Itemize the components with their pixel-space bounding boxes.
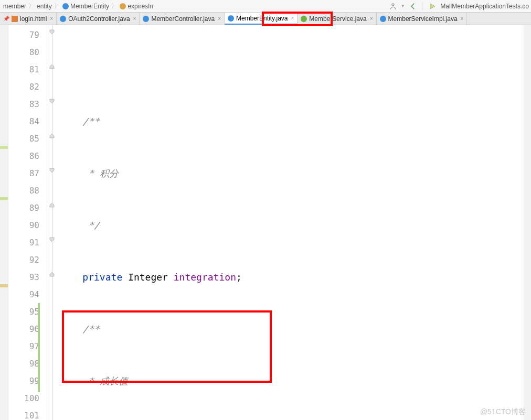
breadcrumb: member 〉 entity 〉 MemberEntity 〉 expires…	[1, 2, 155, 10]
tab-memberentity[interactable]: MemberEntity.java ×	[225, 13, 298, 25]
chevron-right-icon: 〉	[28, 2, 35, 10]
header-bar: member 〉 entity 〉 MemberEntity 〉 expires…	[0, 0, 531, 13]
close-icon[interactable]: ×	[291, 15, 294, 21]
code-line: */	[58, 217, 524, 234]
code-line: /**	[58, 320, 524, 338]
separator: │	[421, 3, 425, 10]
user-icon[interactable]	[389, 3, 397, 10]
code-line: private Integer integration;	[58, 268, 524, 286]
svg-marker-1	[430, 4, 435, 9]
tab-login-html[interactable]: 📌 login.html ×	[0, 13, 57, 25]
line-number: 99	[8, 372, 47, 390]
fold-column	[47, 25, 58, 420]
line-number: 85	[8, 130, 47, 147]
breadcrumb-item-expiresin[interactable]: expiresIn	[118, 3, 155, 10]
interface-icon	[301, 16, 307, 22]
code-line: * 积分	[58, 165, 524, 182]
fold-start-icon[interactable]	[49, 237, 55, 242]
close-icon[interactable]: ×	[218, 16, 221, 21]
breadcrumb-label: entity	[37, 3, 52, 10]
code-area[interactable]: /** * 积分 */ private Integer integration;…	[58, 25, 524, 420]
line-number: 98	[8, 355, 47, 372]
line-number: 95	[8, 303, 47, 320]
right-marker-stripe[interactable]	[524, 25, 531, 420]
back-icon[interactable]	[409, 3, 417, 10]
class-icon	[62, 3, 69, 9]
fold-start-icon[interactable]	[49, 29, 55, 35]
toolbar-right: ▼ │ MallMemberApplicationTests.co	[389, 3, 529, 10]
line-number: 90	[8, 217, 47, 234]
line-number: 94	[8, 286, 47, 303]
line-number: 96	[8, 320, 47, 338]
line-number: 83	[8, 95, 47, 113]
line-number: 93	[8, 268, 47, 286]
tab-memberserviceimpl[interactable]: MemberServiceImpl.java ×	[377, 13, 468, 25]
tab-label: login.html	[20, 15, 47, 23]
class-icon	[228, 15, 234, 21]
pin-icon: 📌	[3, 16, 9, 21]
line-number: 101	[8, 407, 47, 420]
tab-membercontroller[interactable]: MemberController.java ×	[140, 13, 225, 25]
breadcrumb-item-member[interactable]: member	[1, 3, 28, 10]
tab-label: OAuth2Controller.java	[68, 15, 130, 23]
editor-tabs: 📌 login.html × OAuth2Controller.java × M…	[0, 13, 531, 25]
close-icon[interactable]: ×	[133, 16, 136, 21]
fold-end-icon[interactable]	[49, 64, 55, 69]
line-number: 79	[8, 26, 47, 44]
chevron-right-icon: 〉	[111, 2, 118, 10]
fold-end-icon[interactable]	[49, 272, 55, 277]
line-number: 91	[8, 234, 47, 251]
caret-down-icon[interactable]: ▼	[401, 4, 405, 8]
close-icon[interactable]: ×	[50, 16, 53, 21]
line-number: 88	[8, 182, 47, 199]
html-file-icon	[12, 16, 18, 22]
line-number: 84	[8, 113, 47, 130]
breadcrumb-label: MemberEntity	[70, 3, 109, 10]
line-number: 86	[8, 147, 47, 165]
line-number: 97	[8, 338, 47, 355]
class-icon	[60, 16, 66, 22]
line-number: 87	[8, 165, 47, 182]
fold-start-icon[interactable]	[49, 99, 55, 104]
tab-memberservice[interactable]: MemberService.java ×	[298, 13, 376, 25]
close-icon[interactable]: ×	[461, 16, 464, 21]
line-number: 81	[8, 61, 47, 78]
line-number: 100	[8, 390, 47, 407]
close-icon[interactable]: ×	[370, 16, 373, 21]
field-icon	[120, 3, 126, 9]
fold-start-icon[interactable]	[49, 168, 55, 173]
run-icon[interactable]	[429, 3, 436, 10]
code-line: /**	[58, 113, 524, 130]
line-number: 80	[8, 44, 47, 61]
tab-label: MemberEntity.java	[236, 15, 288, 22]
line-number: 89	[8, 199, 47, 217]
fold-end-icon[interactable]	[49, 202, 55, 208]
tab-label: MemberServiceImpl.java	[388, 15, 458, 23]
breadcrumb-label: expiresIn	[128, 3, 153, 10]
fold-end-icon[interactable]	[49, 133, 55, 138]
svg-point-0	[392, 3, 394, 5]
class-icon	[143, 16, 149, 22]
line-gutter: 79 80 81 82 83 84 85 86 87 88 89 90 91 9…	[8, 25, 47, 420]
line-number: 92	[8, 251, 47, 268]
class-icon	[380, 16, 386, 22]
tab-label: MemberService.java	[309, 15, 366, 23]
left-marker-stripe	[0, 25, 8, 420]
tab-oauth2controller[interactable]: OAuth2Controller.java ×	[57, 13, 140, 25]
breadcrumb-label: member	[3, 3, 26, 10]
run-config-label[interactable]: MallMemberApplicationTests.co	[440, 3, 529, 10]
breadcrumb-item-entity[interactable]: entity	[35, 3, 54, 10]
line-number: 82	[8, 78, 47, 95]
breadcrumb-item-memberentity[interactable]: MemberEntity	[60, 3, 111, 10]
chevron-right-icon: 〉	[54, 2, 60, 10]
tab-label: MemberController.java	[151, 15, 215, 23]
code-line: * 成长值	[58, 372, 524, 390]
editor: 79 80 81 82 83 84 85 86 87 88 89 90 91 9…	[0, 25, 531, 420]
